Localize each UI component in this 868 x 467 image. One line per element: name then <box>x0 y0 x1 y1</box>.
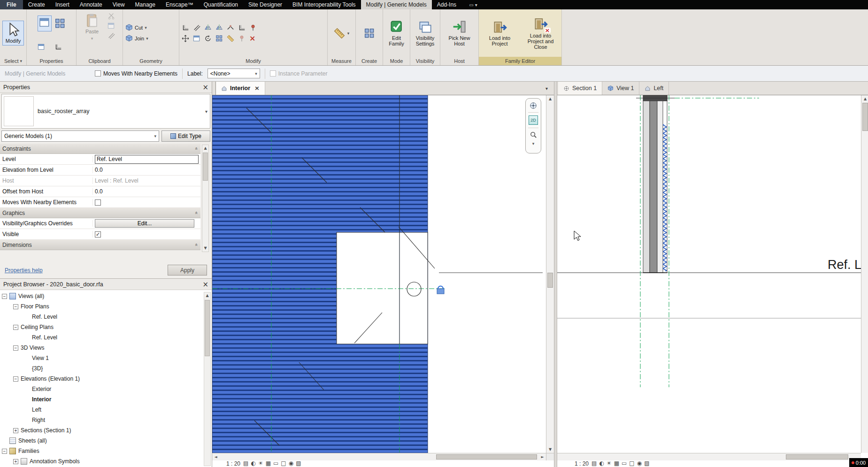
scrollbar-thumb[interactable] <box>786 454 848 459</box>
moves-with-nearby-checkbox[interactable]: Moves With Nearby Elements <box>95 70 177 77</box>
type-selector[interactable]: basic_rooster_array ▾ <box>1 94 210 129</box>
tree-item-exterior[interactable]: Exterior <box>0 384 212 394</box>
app-tab-quantification[interactable]: Quantification <box>199 0 243 9</box>
scroll-up-icon[interactable]: ▲ <box>546 95 554 102</box>
app-tab-bim-interoperability-tools[interactable]: BIM Interoperability Tools <box>287 0 361 9</box>
tree-item-families[interactable]: −Families <box>0 446 212 456</box>
viewctl-detail-level-icon[interactable]: ▤ <box>243 460 248 467</box>
create-group-icon[interactable] <box>364 28 375 39</box>
tree-item-3d-views[interactable]: −3D Views <box>0 343 212 353</box>
moves-checkbox[interactable] <box>95 199 101 206</box>
pin-icon[interactable] <box>249 24 257 31</box>
app-tab-file[interactable]: File <box>0 0 23 9</box>
section-view-canvas[interactable]: Ref. L ▲ 1 : 20 ▤◐☀▦▭□◉▧ <box>557 95 868 467</box>
section-constraints[interactable]: Constraints« <box>0 144 200 154</box>
scroll-left-icon[interactable]: ◄ <box>212 453 219 460</box>
modify-button[interactable]: Modify <box>2 21 24 46</box>
app-tab-insert[interactable]: Insert <box>50 0 75 9</box>
scroll-down-icon[interactable]: ▼ <box>546 446 554 453</box>
copy-icon[interactable] <box>193 35 200 42</box>
expand-icon[interactable]: + <box>13 428 18 433</box>
viewctl-temporary-hide-isolate-icon[interactable]: ◉ <box>637 460 642 467</box>
elevation-view-canvas[interactable]: 2D ▾ ▲ ▼ ◄ ► 1 : 20 ▤◐☀▦▭□◉▧ <box>212 95 554 467</box>
tree-item-ref-level[interactable]: Ref. Level <box>0 312 212 322</box>
view-tab-left[interactable]: Left <box>639 82 669 95</box>
trim-extend-icon[interactable] <box>238 24 246 31</box>
viewctl-visual-style-icon[interactable]: ◐ <box>251 460 255 467</box>
scrollbar-thumb[interactable] <box>547 273 553 288</box>
tree-item-left[interactable]: Left <box>0 405 212 415</box>
tree-item-views-all[interactable]: −Views (all) <box>0 291 212 301</box>
close-icon[interactable]: × <box>202 84 208 91</box>
view-tab-section-1[interactable]: Section 1 <box>558 82 602 95</box>
tree-item-ceiling-plans[interactable]: −Ceiling Plans <box>0 322 212 332</box>
panel-label-properties[interactable]: Properties <box>27 57 76 65</box>
steering-wheel-icon[interactable] <box>530 102 537 109</box>
viewctl-shadows-icon[interactable]: ▦ <box>266 460 271 467</box>
close-icon[interactable]: × <box>202 281 208 288</box>
2d-navigation-icon[interactable]: 2D <box>529 115 538 125</box>
edit-family-button[interactable]: Edit Family <box>385 18 407 48</box>
collapse-icon[interactable]: − <box>13 325 18 330</box>
tree-item-annotation-symbols[interactable]: +Annotation Symbols <box>0 456 212 467</box>
app-tab-create[interactable]: Create <box>23 0 50 9</box>
viewctl-sun-path-icon[interactable]: ☀ <box>607 460 612 467</box>
app-tab-annotate[interactable]: Annotate <box>75 0 108 9</box>
collapse-section-icon[interactable]: « <box>193 211 200 214</box>
collapse-section-icon[interactable]: « <box>193 147 200 150</box>
collapse-icon[interactable]: − <box>13 345 18 351</box>
viewctl-reveal-hidden-icon[interactable]: ▧ <box>296 460 301 467</box>
app-tab-manage[interactable]: Manage <box>130 0 161 9</box>
chevron-down-icon[interactable]: ▾ <box>532 141 535 146</box>
offset-value[interactable]: 0.0 <box>93 188 200 195</box>
collapse-section-icon[interactable]: « <box>193 243 200 246</box>
tree-item-interior[interactable]: Interior <box>0 394 212 405</box>
viewctl-sun-path-icon[interactable]: ☀ <box>258 460 263 467</box>
tree-item-view-1[interactable]: View 1 <box>0 353 212 363</box>
viewctl-crop-region-icon[interactable]: □ <box>629 460 634 467</box>
ribbon-display-toggle[interactable]: ▭ ▾ <box>465 0 481 9</box>
tree-item-elevations-elevation-1[interactable]: −Elevations (Elevation 1) <box>0 374 212 384</box>
ref-level-label[interactable]: Ref. L <box>828 258 861 272</box>
collapse-icon[interactable]: − <box>2 449 7 454</box>
app-tab-enscape[interactable]: Enscape™ <box>161 0 199 9</box>
viewctl-crop-view-icon[interactable]: ▭ <box>622 460 627 467</box>
wall-section[interactable] <box>643 95 667 273</box>
type-properties-icon[interactable] <box>54 43 62 51</box>
paste-button[interactable]: Paste▾ <box>79 11 105 43</box>
scrollbar-thumb[interactable] <box>203 153 208 181</box>
horizontal-scrollbar[interactable]: ◄ ► <box>212 453 546 460</box>
mirror-draw-axis-icon[interactable] <box>215 24 223 31</box>
visibility-settings-button[interactable]: Visibility Settings <box>413 18 438 48</box>
door-opening[interactable] <box>337 232 428 344</box>
collapse-icon[interactable]: − <box>13 304 18 309</box>
elevation-value[interactable]: 0.0 <box>93 167 200 173</box>
visible-checkbox[interactable]: ✓ <box>95 231 101 237</box>
tree-item-sheets-all[interactable]: Sheets (all) <box>0 436 212 446</box>
family-types-icon[interactable] <box>54 18 66 29</box>
scroll-up-icon[interactable]: ▲ <box>861 95 868 102</box>
cut-geometry-button[interactable]: Cut▾ <box>125 24 147 31</box>
tree-item-right[interactable]: Right <box>0 415 212 425</box>
view-scale[interactable]: 1 : 20 <box>575 460 589 467</box>
scrollbar-thumb[interactable] <box>205 300 210 356</box>
pick-new-host-button[interactable]: Pick New Host <box>446 18 473 48</box>
measure-icon[interactable] <box>334 28 345 39</box>
apply-button[interactable]: Apply <box>168 265 207 276</box>
scrollbar-thumb[interactable] <box>862 103 868 131</box>
app-tab-modify-generic-models[interactable]: Modify | Generic Models <box>361 0 432 9</box>
move-icon[interactable] <box>182 35 189 42</box>
offset-icon[interactable] <box>193 24 200 31</box>
view-tabs-overflow-icon[interactable]: ▾ <box>545 82 548 95</box>
label-dropdown[interactable]: <None> ▾ <box>207 69 260 78</box>
viewctl-shadows-icon[interactable]: ▦ <box>614 460 619 467</box>
properties-help-link[interactable]: Properties help <box>5 267 43 274</box>
chevron-down-icon[interactable]: ▾ <box>205 109 207 114</box>
panel-label-select[interactable]: Select▾ <box>0 57 26 65</box>
viewctl-temporary-hide-isolate-icon[interactable]: ◉ <box>289 460 293 467</box>
scale-icon[interactable] <box>227 35 234 42</box>
view-scale[interactable]: 1 : 20 <box>226 460 240 467</box>
copy-to-clipboard-icon[interactable] <box>108 22 115 30</box>
vertical-scrollbar[interactable]: ▲ <box>861 95 868 453</box>
split-element-icon[interactable] <box>227 24 234 31</box>
